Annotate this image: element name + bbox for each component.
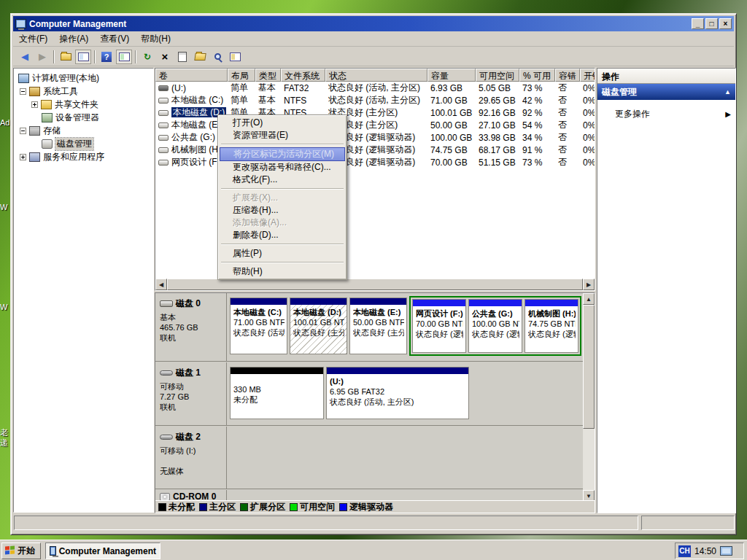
desktop-icon-label: Ad [0,118,9,127]
tree-item-device-manager[interactable]: 设备管理器 [14,111,153,124]
menu-separator [221,262,344,263]
toolbar-separator [53,50,55,63]
disk-management-section-bar[interactable]: 磁盘管理 ▲ [597,84,735,100]
table-row[interactable]: (U:) 简单 基本 FAT32 状态良好 (活动, 主分区) 6.93 GB … [155,82,595,94]
partition-f[interactable]: 网页设计 (F:) 70.00 GB NTFS 状态良好 (逻辑驱动器) [412,299,466,353]
column-header[interactable]: 开销 [580,69,595,82]
scrollbar-thumb[interactable] [167,279,583,290]
taskbar-task-button[interactable]: Computer Management [45,542,160,559]
column-header[interactable]: 布局 [228,69,255,82]
minimize-button[interactable]: _ [692,18,704,29]
disk-icon [160,300,173,307]
help-icon[interactable]: ? [98,50,115,64]
tree-item-computer-management[interactable]: 计算机管理(本地) [14,71,153,85]
collapse-icon[interactable] [20,128,26,134]
scroll-right-icon[interactable]: ▶ [583,279,595,290]
partition-band [290,298,347,305]
desktop-icon-label: 递 [0,438,8,448]
menu-file[interactable]: 文件(F) [13,31,53,47]
status-bar-grip [641,516,735,530]
tree-item-storage[interactable]: 存储 [14,124,153,137]
clock[interactable]: 14:50 [694,546,716,556]
horizontal-scrollbar[interactable]: ◀ ▶ [155,279,595,290]
partition-band [327,368,468,374]
show-action-pane-icon[interactable] [116,50,132,64]
menu-item-delete-volume[interactable]: 删除卷(D)... [220,229,345,241]
partition-e[interactable]: 本地磁盘 (E:) 50.00 GB NTFS 状态良好 (主分区) [349,298,407,354]
disk2-label[interactable]: 磁盘 2 可移动 (I:) 无媒体 [155,427,227,489]
column-header[interactable]: 状态 [325,69,427,82]
menu-item-open[interactable]: 打开(O) [220,117,345,129]
menu-view[interactable]: 查看(V) [94,31,135,47]
column-header[interactable]: 卷 [155,69,228,82]
menu-item-format[interactable]: 格式化(F)... [220,174,345,186]
delete-icon[interactable]: × [157,50,173,64]
partition-d-selected[interactable]: 本地磁盘 (D:) 100.01 GB NTFS 状态良好 (主分区) [290,298,347,354]
up-folder-icon[interactable] [58,50,74,64]
column-header[interactable]: 容量 [427,69,476,82]
vertical-scrollbar[interactable]: ▲ ▼ [583,293,595,502]
menu-item-add-mirror: 添加镜像(A)... [220,217,345,229]
view-icon[interactable] [209,50,225,64]
start-button[interactable]: 开始 [1,542,41,559]
close-button[interactable]: × [719,18,732,29]
title-bar[interactable]: Computer Management _ □ × [13,16,734,31]
column-header[interactable]: 容错 [555,69,580,82]
column-header[interactable]: % 可用 [519,69,555,82]
menu-bar: 文件(F) 操作(A) 查看(V) 帮助(H) [13,31,734,47]
column-header[interactable]: 文件系统 [281,69,325,82]
partition-u[interactable]: (U:) 6.95 GB FAT32 状态良好 (活动, 主分区) [326,367,469,419]
collapse-icon[interactable] [20,88,26,95]
legend-swatch [339,503,347,511]
collapse-chevron-icon[interactable]: ▲ [724,88,731,96]
menu-item-help[interactable]: 帮助(H) [220,265,345,278]
taskbar: 开始 Computer Management CH 14:50 [0,540,747,560]
expand-icon[interactable] [20,154,26,160]
toolbar: ◀ ▶ ? ↻ × [13,47,734,66]
app-icon [15,19,26,28]
legend-extended: 扩展分区 [240,501,285,513]
scrollbar-thumb[interactable] [583,305,595,429]
back-icon[interactable]: ◀ [17,50,33,64]
menu-item-change-letter[interactable]: 更改驱动器号和路径(C)... [220,161,345,174]
partition-g[interactable]: 公共盘 (G:) 100.00 GB NTFS 状态良好 (逻辑驱动器) [468,299,522,353]
partition-h[interactable]: 机械制图 (H:) 74.75 GB NTFS 状态良好 (逻辑驱动器) [525,299,578,353]
partition-c[interactable]: 本地磁盘 (C:) 71.00 GB NTFS 状态良好 (活动, 主分区) [230,298,287,354]
network-monitor-icon[interactable] [720,546,732,556]
menu-item-properties[interactable]: 属性(P) [220,247,345,260]
table-row[interactable]: 本地磁盘 (C:) 简单 基本 NTFS 状态良好 (活动, 主分区) 71.0… [155,94,595,106]
menu-separator [221,144,344,145]
volume-icon [158,122,169,128]
tree-item-disk-management[interactable]: 磁盘管理 [14,137,153,150]
open-folder-icon[interactable] [192,50,208,64]
tree-item-services-applications[interactable]: 服务和应用程序 [14,150,153,163]
menu-item-explorer[interactable]: 资源管理器(E) [220,129,345,141]
help-topics-icon[interactable] [227,50,243,64]
cdrom-icon [160,493,170,501]
removable-disk-icon [160,435,173,440]
refresh-icon[interactable]: ↻ [139,50,155,64]
menu-item-mark-active[interactable]: 将分区标记为活动分区(M) [220,147,345,161]
tree-item-system-tools[interactable]: 系统工具 [14,85,153,98]
disk-icon [42,139,53,149]
scroll-left-icon[interactable]: ◀ [155,279,167,290]
menu-action[interactable]: 操作(A) [53,31,94,47]
menu-item-shrink[interactable]: 压缩卷(H)... [220,204,345,217]
show-console-tree-icon[interactable] [75,50,91,64]
column-header[interactable]: 类型 [255,69,281,82]
menu-help[interactable]: 帮助(H) [135,31,177,47]
expand-icon[interactable] [31,101,38,108]
scroll-up-icon[interactable]: ▲ [583,293,595,305]
unallocated-space[interactable]: 330 MB 未分配 [230,367,324,419]
maximize-button[interactable]: □ [705,18,718,29]
properties-icon[interactable] [174,50,190,64]
submenu-arrow-icon: ▶ [725,110,731,118]
more-actions-item[interactable]: 更多操作 ▶ [597,106,735,122]
language-indicator[interactable]: CH [678,545,691,557]
tree-item-shared-folders[interactable]: 共享文件夹 [14,98,153,111]
forward-icon[interactable]: ▶ [34,50,50,64]
disk0-label[interactable]: 磁盘 0 基本 465.76 GB 联机 [155,293,227,361]
menu-item-extend: 扩展卷(X)... [220,192,345,204]
column-header[interactable]: 可用空间 [476,69,519,82]
disk1-label[interactable]: 磁盘 1 可移动 7.27 GB 联机 [155,362,227,425]
